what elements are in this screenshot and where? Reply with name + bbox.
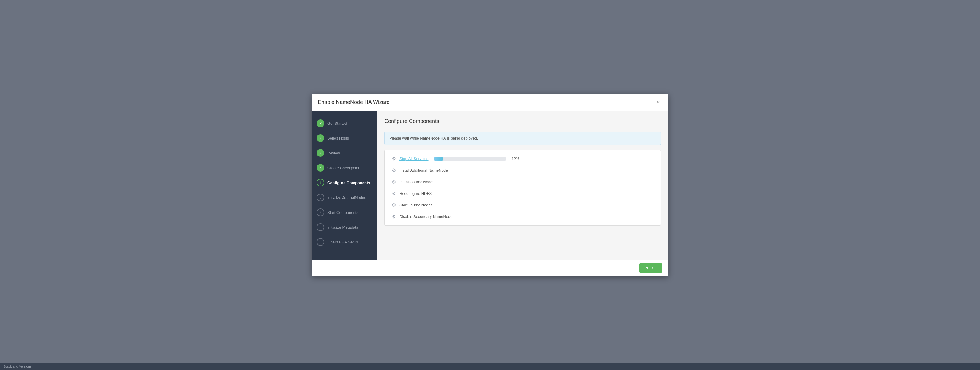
sidebar: ✓ Get Started ✓ Select Hosts ✓ Review (312, 111, 377, 260)
gear-icon-2: ⚙ (392, 167, 396, 173)
task-row-reconfigure-hdfs: ⚙ Reconfigure HDFS (392, 191, 654, 196)
task-name-install-namenode: Install Additional NameNode (399, 168, 448, 173)
sidebar-item-label-4: Create Checkpoint (327, 166, 360, 170)
task-name-stop-all-services[interactable]: Stop All Services (399, 157, 428, 161)
sidebar-item-label-8: Initialize Metadata (327, 225, 358, 230)
sidebar-item-label-1: Get Started (327, 121, 347, 125)
sidebar-item-create-checkpoint[interactable]: ✓ Create Checkpoint (312, 160, 377, 175)
task-row-install-journalnodes: ⚙ Install JournalNodes (392, 179, 654, 185)
close-button[interactable]: × (654, 98, 662, 106)
gear-icon-4: ⚙ (392, 191, 396, 196)
task-row-stop-all-services: ⚙ Stop All Services 12% (392, 156, 654, 162)
tasks-container: ⚙ Stop All Services 12% ⚙ Install Additi… (384, 150, 661, 225)
task-row-disable-secondary-namenode: ⚙ Disable Secondary NameNode (392, 214, 654, 219)
sidebar-item-initialize-journalnodes[interactable]: 6 Initialize JournalNodes (312, 190, 377, 205)
sidebar-item-start-components[interactable]: 7 Start Components (312, 205, 377, 220)
step-circle-2: ✓ (317, 134, 324, 142)
gear-icon-3: ⚙ (392, 179, 396, 185)
sidebar-item-label-9: Finalize HA Setup (327, 240, 358, 245)
gear-icon-1: ⚙ (392, 156, 396, 162)
sidebar-item-get-started[interactable]: ✓ Get Started (312, 116, 377, 131)
progress-bar-fill-1 (434, 157, 443, 161)
sidebar-item-label-2: Select Hosts (327, 136, 349, 140)
task-name-disable-secondary-namenode: Disable Secondary NameNode (399, 214, 452, 219)
modal-header: Enable NameNode HA Wizard × (312, 94, 668, 111)
sidebar-item-label-5: Configure Components (327, 181, 370, 185)
progress-percent: 12% (512, 157, 519, 161)
task-name-install-journalnodes: Install JournalNodes (399, 179, 434, 184)
section-title: Configure Components (384, 118, 661, 124)
step-circle-6: 6 (317, 194, 324, 201)
sidebar-item-review[interactable]: ✓ Review (312, 146, 377, 160)
gear-icon-5: ⚙ (392, 202, 396, 208)
step-circle-5: 5 (317, 179, 324, 186)
modal-body: ✓ Get Started ✓ Select Hosts ✓ Review (312, 111, 668, 260)
task-name-start-journalnodes: Start JournalNodes (399, 203, 433, 207)
task-row-install-namenode: ⚙ Install Additional NameNode (392, 167, 654, 173)
step-circle-7: 7 (317, 208, 324, 216)
info-banner-text: Please wait while NameNode HA is being d… (389, 136, 478, 140)
progress-bar-stop-all-services (434, 157, 506, 161)
modal-footer: NEXT (312, 260, 668, 276)
bottom-bar: Stack and Versions (0, 363, 980, 370)
task-row-start-journalnodes: ⚙ Start JournalNodes (392, 202, 654, 208)
step-circle-8: 8 (317, 223, 324, 231)
sidebar-item-label-6: Initialize JournalNodes (327, 195, 366, 200)
sidebar-item-label-3: Review (327, 151, 340, 155)
step-circle-9: 9 (317, 238, 324, 246)
info-banner: Please wait while NameNode HA is being d… (384, 132, 661, 145)
modal: Enable NameNode HA Wizard × ✓ Get Starte… (312, 94, 668, 276)
sidebar-item-select-hosts[interactable]: ✓ Select Hosts (312, 131, 377, 146)
next-button[interactable]: NEXT (640, 264, 662, 273)
step-circle-1: ✓ (317, 119, 324, 127)
modal-overlay: Enable NameNode HA Wizard × ✓ Get Starte… (0, 88, 980, 282)
task-name-reconfigure-hdfs: Reconfigure HDFS (399, 191, 432, 196)
sidebar-item-initialize-metadata[interactable]: 8 Initialize Metadata (312, 220, 377, 235)
sidebar-item-configure-components[interactable]: 5 Configure Components (312, 175, 377, 190)
modal-title: Enable NameNode HA Wizard (318, 99, 390, 105)
step-circle-4: ✓ (317, 164, 324, 172)
gear-icon-6: ⚙ (392, 214, 396, 219)
step-circle-3: ✓ (317, 149, 324, 157)
sidebar-item-label-7: Start Components (327, 210, 358, 215)
main-content: Configure Components Please wait while N… (377, 111, 668, 260)
sidebar-item-finalize-ha-setup[interactable]: 9 Finalize HA Setup (312, 235, 377, 249)
bottom-bar-label: Stack and Versions (3, 365, 32, 368)
